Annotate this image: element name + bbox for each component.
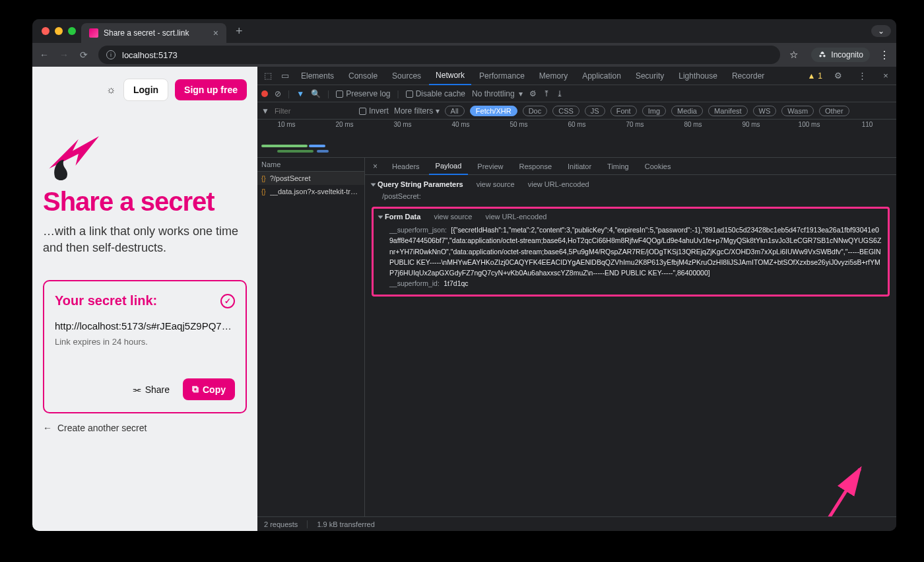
browser-toolbar: ← → ⟳ i localhost:5173 ☆ Incognito ⋮ bbox=[32, 43, 896, 67]
inspect-element-icon[interactable]: ⬚ bbox=[260, 71, 276, 81]
form-section-title[interactable]: Form Data bbox=[385, 213, 420, 221]
tab-elements[interactable]: Elements bbox=[294, 67, 341, 85]
network-conditions-icon[interactable]: ⚙̇ bbox=[529, 89, 537, 98]
tab-application[interactable]: Application bbox=[576, 67, 628, 85]
tab-recorder[interactable]: Recorder bbox=[725, 67, 771, 85]
pill-doc[interactable]: Doc bbox=[523, 106, 548, 116]
pill-css[interactable]: CSS bbox=[552, 106, 579, 116]
close-detail-icon[interactable]: × bbox=[368, 162, 383, 171]
tab-sources[interactable]: Sources bbox=[385, 67, 428, 85]
back-button[interactable]: ← bbox=[39, 50, 50, 60]
copy-icon: ⧉ bbox=[192, 384, 199, 395]
bookmark-icon[interactable]: ☆ bbox=[789, 49, 798, 61]
clear-button[interactable]: ⊘ bbox=[275, 89, 281, 98]
devtools-panel: ⬚ ▭ Elements Console Sources Network Per… bbox=[257, 67, 896, 531]
search-icon[interactable]: 🔍 bbox=[311, 89, 321, 98]
form-json-row: __superform_json: [{"secretIdHash":1,"me… bbox=[379, 225, 882, 278]
incognito-badge: Incognito bbox=[811, 48, 870, 62]
request-row[interactable]: {} __data.json?x-sveltekit-traili… bbox=[257, 185, 364, 198]
detail-tab-payload[interactable]: Payload bbox=[429, 158, 469, 175]
settings-gear-icon[interactable]: ⚙ bbox=[830, 71, 846, 81]
view-source-link[interactable]: view source bbox=[477, 180, 515, 188]
network-timeline[interactable]: 10 ms 20 ms 30 ms 40 ms 50 ms 60 ms 70 m… bbox=[257, 120, 896, 158]
theme-toggle-icon[interactable]: ☼ bbox=[105, 84, 117, 96]
pill-manifest[interactable]: Manifest bbox=[708, 106, 748, 116]
signup-button[interactable]: Sign up free bbox=[175, 79, 247, 100]
close-window-button[interactable] bbox=[42, 27, 50, 35]
view-source-link[interactable]: view source bbox=[434, 213, 472, 221]
tab-memory[interactable]: Memory bbox=[533, 67, 574, 85]
record-button[interactable] bbox=[261, 90, 268, 97]
filter-toggle-icon[interactable]: ▼ bbox=[296, 89, 304, 98]
query-section-title[interactable]: Query String Parameters bbox=[378, 180, 463, 188]
window-controls bbox=[38, 27, 76, 35]
reload-button[interactable]: ⟳ bbox=[79, 50, 89, 60]
pill-wasm[interactable]: Wasm bbox=[781, 106, 814, 116]
import-har-icon[interactable]: ⤒ bbox=[543, 89, 550, 98]
disable-cache-checkbox[interactable]: Disable cache bbox=[406, 89, 465, 98]
pill-font[interactable]: Font bbox=[610, 106, 637, 116]
warnings-badge[interactable]: ▲ 1 bbox=[807, 71, 822, 81]
share-icon: ⫘ bbox=[132, 384, 141, 395]
detail-tab-cookies[interactable]: Cookies bbox=[638, 158, 678, 175]
pill-other[interactable]: Other bbox=[819, 106, 849, 116]
view-url-encoded-link[interactable]: view URL-encoded bbox=[485, 213, 546, 221]
incognito-icon bbox=[818, 50, 827, 59]
network-filter-bar: ▼ Invert More filters ▾ All Fetch/XHR Do… bbox=[257, 102, 896, 120]
detail-tab-response[interactable]: Response bbox=[512, 158, 558, 175]
new-tab-button[interactable]: + bbox=[232, 24, 247, 38]
tab-overflow-button[interactable]: ⌄ bbox=[871, 25, 891, 37]
filter-input[interactable] bbox=[275, 107, 354, 115]
maximize-window-button[interactable] bbox=[68, 27, 76, 35]
request-list-header[interactable]: Name bbox=[257, 158, 364, 172]
request-row[interactable]: {} ?/postSecret bbox=[257, 172, 364, 185]
expiry-text: Link expires in 24 hours. bbox=[55, 337, 235, 347]
export-har-icon[interactable]: ⤓ bbox=[556, 89, 563, 98]
tab-security[interactable]: Security bbox=[629, 67, 671, 85]
browser-menu-button[interactable]: ⋮ bbox=[879, 49, 890, 61]
pill-js[interactable]: JS bbox=[585, 106, 605, 116]
view-url-encoded-link[interactable]: view URL-encoded bbox=[528, 180, 589, 188]
create-another-link[interactable]: ← Create another secret bbox=[43, 423, 247, 433]
secret-link-card: Your secret link: ✓ http://localhost:517… bbox=[43, 280, 247, 413]
device-toggle-icon[interactable]: ▭ bbox=[277, 71, 293, 81]
close-devtools-icon[interactable]: × bbox=[878, 71, 894, 81]
login-button[interactable]: Login bbox=[123, 79, 168, 101]
browser-tabstrip: Share a secret - scrt.link × + ⌄ bbox=[32, 19, 896, 43]
more-menu-icon[interactable]: ⋮ bbox=[854, 71, 870, 81]
arrow-left-icon: ← bbox=[43, 423, 52, 433]
pill-media[interactable]: Media bbox=[671, 106, 703, 116]
tab-title: Share a secret - scrt.link bbox=[104, 28, 189, 38]
copy-button[interactable]: ⧉ Copy bbox=[183, 378, 235, 400]
tab-console[interactable]: Console bbox=[342, 67, 384, 85]
detail-tab-timing[interactable]: Timing bbox=[601, 158, 636, 175]
form-data-highlight: Form Data view source view URL-encoded _… bbox=[372, 207, 890, 297]
address-bar[interactable]: i localhost:5173 bbox=[98, 46, 780, 64]
pill-fetch-xhr[interactable]: Fetch/XHR bbox=[470, 106, 517, 116]
throttling-select[interactable]: No throttling ▾ bbox=[472, 89, 523, 98]
page-content: ☼ Login Sign up free Share a secret …wit… bbox=[32, 67, 257, 531]
share-button[interactable]: ⫘ Share bbox=[125, 378, 176, 400]
forward-button[interactable]: → bbox=[59, 50, 69, 60]
app-logo-icon bbox=[43, 127, 247, 183]
detail-tab-headers[interactable]: Headers bbox=[385, 158, 426, 175]
tab-lighthouse[interactable]: Lighthouse bbox=[672, 67, 724, 85]
detail-tab-initiator[interactable]: Initiator bbox=[561, 158, 598, 175]
detail-tab-preview[interactable]: Preview bbox=[471, 158, 510, 175]
preserve-log-checkbox[interactable]: Preserve log bbox=[336, 89, 390, 98]
pill-img[interactable]: Img bbox=[642, 106, 666, 116]
secret-link[interactable]: http://localhost:5173/s#rJEaqj5Z9PQ7N… bbox=[55, 320, 235, 332]
pill-ws[interactable]: WS bbox=[753, 106, 777, 116]
tab-network[interactable]: Network bbox=[429, 67, 471, 85]
close-tab-icon[interactable]: × bbox=[213, 28, 218, 38]
pill-all[interactable]: All bbox=[445, 106, 465, 116]
filter-icon: ▼ bbox=[261, 106, 269, 116]
tab-performance[interactable]: Performance bbox=[473, 67, 531, 85]
annotation-arrow-icon bbox=[777, 462, 883, 516]
minimize-window-button[interactable] bbox=[55, 27, 63, 35]
more-filters-select[interactable]: More filters ▾ bbox=[394, 106, 440, 116]
invert-checkbox[interactable]: Invert bbox=[359, 106, 389, 116]
site-info-icon[interactable]: i bbox=[106, 50, 116, 59]
request-detail: × Headers Payload Preview Response Initi… bbox=[365, 158, 896, 516]
browser-tab[interactable]: Share a secret - scrt.link × bbox=[81, 23, 226, 43]
